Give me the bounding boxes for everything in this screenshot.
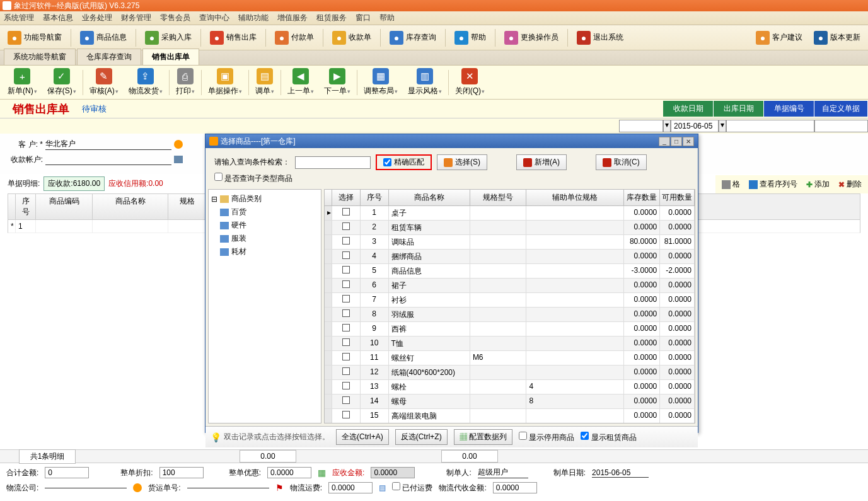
grid-column-header[interactable]: 商品名称 [93, 194, 168, 219]
row-checkbox[interactable] [342, 382, 350, 389]
customer-input[interactable] [45, 139, 171, 150]
doc-toolbar-button[interactable]: +新单(N)▾ [3, 67, 42, 98]
doc-toolbar-button[interactable]: ✓保存(S)▾ [42, 67, 81, 98]
out-date-input[interactable] [671, 120, 719, 132]
row-checkbox[interactable] [342, 208, 350, 216]
menu-item[interactable]: 租赁服务 [316, 13, 347, 23]
tree-item[interactable]: 服装 [211, 232, 318, 245]
row-checkbox[interactable] [342, 396, 350, 404]
select-button[interactable]: 选择(S) [437, 154, 487, 170]
freight-input[interactable]: 0.0000 [328, 482, 373, 493]
paid-freight-toggle[interactable]: 已付运费 [392, 482, 432, 493]
bill-no-input[interactable] [726, 120, 814, 132]
toolbar-button[interactable]: ●更换操作员 [501, 29, 562, 47]
row-checkbox[interactable] [342, 251, 350, 259]
header-column-button[interactable]: 收款日期 [663, 101, 714, 117]
doc-toolbar-button[interactable]: ✕关闭(Q)▾ [450, 67, 490, 98]
row-checkbox[interactable] [342, 367, 350, 375]
row-checkbox[interactable] [342, 309, 350, 317]
menu-item[interactable]: 基本信息 [43, 13, 73, 23]
maximize-button[interactable]: □ [671, 137, 682, 146]
product-row[interactable]: 10T恤0.00000.0000 [325, 337, 695, 351]
product-row[interactable]: 7衬衫0.00000.0000 [325, 293, 695, 308]
account-lookup-icon[interactable] [174, 156, 183, 163]
dropdown-icon[interactable]: ▾ [719, 120, 726, 132]
product-row[interactable]: 15高端组装电脑0.00000.0000 [325, 409, 695, 423]
toolbar-button[interactable]: ●商品信息 [76, 29, 130, 47]
category-tree[interactable]: ⊟ 商品类别 百货硬件服装耗材 [208, 189, 321, 423]
tab[interactable]: 销售出库单 [142, 49, 199, 65]
cancel-button[interactable]: 取消(C) [596, 154, 647, 170]
toolbar-button[interactable]: ●付款单 [271, 29, 318, 47]
minus-icon[interactable]: ⊟ [211, 195, 217, 204]
product-row[interactable]: 12纸箱(400*600*200)0.00000.0000 [325, 366, 695, 380]
right-tool-button[interactable]: 查看序列号 [745, 178, 801, 191]
show-disabled-toggle[interactable]: 显示停用商品 [519, 432, 574, 443]
toolbar-button[interactable]: ●功能导航窗 [4, 29, 66, 47]
menu-item[interactable]: 窗口 [356, 13, 371, 23]
logistics-input[interactable] [45, 488, 127, 488]
product-row[interactable]: 14螺母80.00000.0000 [325, 394, 695, 409]
product-row[interactable]: 6裙子0.00000.0000 [325, 279, 695, 293]
grid-column-header[interactable]: 序号 [16, 194, 36, 219]
subtype-checkbox-row[interactable]: 是否查询子类型商品 [214, 174, 292, 183]
toolbar-button[interactable]: ●销售出库 [206, 29, 260, 47]
menu-item[interactable]: 系统管理 [4, 13, 34, 23]
tree-item[interactable]: 百货 [211, 205, 318, 219]
product-row[interactable]: 5商品信息-3.0000-2.0000 [325, 264, 695, 279]
toolbar-button[interactable]: ●库存查询 [386, 29, 440, 47]
row-checkbox[interactable] [342, 353, 350, 360]
doc-toolbar-button[interactable]: ▤调单▾ [250, 67, 279, 98]
doc-toolbar-button[interactable]: ⇪物流发货▾ [124, 67, 168, 98]
config-columns-button[interactable]: ▦ 配置数据列 [454, 429, 512, 445]
header-column-button[interactable]: 出库日期 [714, 101, 764, 117]
product-row[interactable]: ▸1桌子0.00000.0000 [325, 206, 695, 221]
product-row[interactable]: 9西裤0.00000.0000 [325, 322, 695, 337]
row-checkbox[interactable] [342, 295, 350, 302]
custom-bill-input[interactable] [814, 120, 868, 132]
menu-item[interactable]: 查询中心 [199, 13, 229, 23]
product-row[interactable]: 2租赁车辆0.00000.0000 [325, 221, 695, 235]
doc-toolbar-button[interactable]: ◀上一单▾ [282, 67, 319, 98]
product-row[interactable]: 4捆绑商品0.00000.0000 [325, 250, 695, 264]
doc-toolbar-button[interactable]: ✎审核(A)▾ [84, 67, 124, 98]
right-tool-button[interactable]: ✖删除 [835, 178, 865, 191]
row-checkbox[interactable] [342, 324, 350, 331]
row-checkbox[interactable] [342, 411, 350, 418]
row-checkbox[interactable] [342, 338, 350, 346]
row-checkbox[interactable] [342, 237, 350, 245]
grid-column-header[interactable]: 商品编码 [36, 194, 93, 219]
grid-column-header[interactable]: 规格 [168, 194, 206, 219]
toolbar-button[interactable]: ●版本更新 [810, 29, 864, 47]
menu-item[interactable]: 零售会员 [160, 13, 190, 23]
note-icon[interactable]: ▤ [379, 483, 386, 492]
shipno-input[interactable] [187, 488, 269, 488]
doc-toolbar-button[interactable]: ▥显示风格▾ [403, 67, 447, 98]
tree-item[interactable]: 耗材 [211, 245, 318, 258]
pref-input[interactable]: 0.0000 [267, 467, 311, 478]
menu-item[interactable]: 帮助 [379, 13, 395, 23]
flag-icon[interactable]: ⚑ [275, 483, 284, 493]
row-checkbox[interactable] [342, 222, 350, 230]
doc-toolbar-button[interactable]: ⎙打印▾ [171, 67, 200, 98]
row-checkbox[interactable] [342, 280, 350, 288]
menu-item[interactable]: 业务处理 [82, 13, 112, 23]
toolbar-button[interactable]: ●退出系统 [573, 29, 627, 47]
tree-root[interactable]: ⊟ 商品类别 [211, 192, 318, 205]
menu-item[interactable]: 增值服务 [277, 13, 308, 23]
select-all-button[interactable]: 全选(Ctrl+A) [336, 429, 389, 445]
product-row[interactable]: 8羽绒服0.00000.0000 [325, 308, 695, 322]
doc-toolbar-button[interactable]: ▣单据操作▾ [203, 67, 247, 98]
dialog-titlebar[interactable]: 选择商品----[第一仓库] _ □ ✕ [205, 134, 698, 148]
person-icon[interactable] [174, 140, 183, 149]
product-row[interactable]: 11螺丝钉M60.00000.0000 [325, 351, 695, 366]
right-tool-button[interactable]: 格 [718, 178, 744, 191]
receipt-date-input[interactable] [619, 120, 663, 132]
header-column-button[interactable]: 单据编号 [764, 101, 814, 117]
subtype-checkbox[interactable] [214, 173, 223, 181]
toolbar-button[interactable]: ●收款单 [328, 29, 375, 47]
add-button[interactable]: 新增(A) [516, 154, 567, 170]
tab[interactable]: 仓库库存查询 [77, 49, 141, 65]
tab[interactable]: 系统功能导航窗 [4, 49, 76, 65]
product-row[interactable]: 3调味品80.000081.0000 [325, 235, 695, 250]
